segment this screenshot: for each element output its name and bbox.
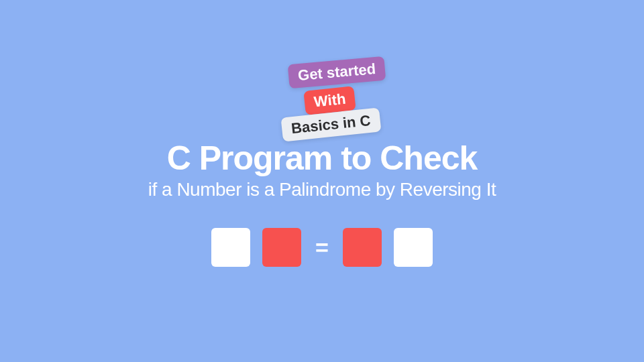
equals-sign: = bbox=[313, 235, 331, 261]
box-inner-right bbox=[343, 228, 382, 267]
tag-get-started: Get started bbox=[288, 56, 386, 88]
box-inner-left bbox=[262, 228, 301, 267]
box-outer-left bbox=[211, 228, 250, 267]
box-outer-right bbox=[394, 228, 433, 267]
title-sub: if a Number is a Palindrome by Reversing… bbox=[0, 179, 644, 200]
palindrome-boxes: = bbox=[0, 228, 644, 267]
title-main: C Program to Check bbox=[0, 141, 644, 176]
title-block: C Program to Check if a Number is a Pali… bbox=[0, 141, 644, 200]
tag-stack: Get started With Basics in C bbox=[284, 60, 419, 147]
tag-basics: Basics in C bbox=[281, 107, 382, 141]
